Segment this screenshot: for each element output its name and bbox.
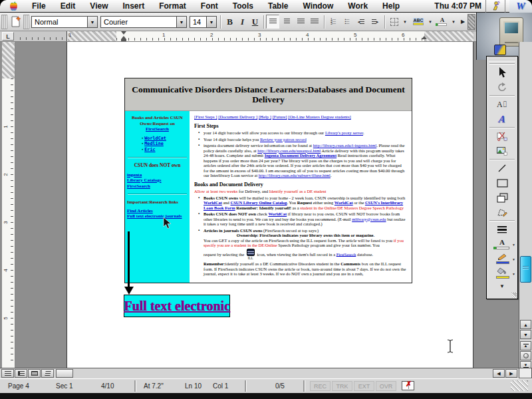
font-color-dropdown-arrow[interactable]: ▼	[450, 15, 458, 29]
scroll-up-button[interactable]: ▲	[520, 320, 531, 329]
page-layout-view-button[interactable]	[28, 369, 41, 378]
menu-view[interactable]: View	[90, 1, 108, 11]
rectangle-tool[interactable]	[487, 176, 517, 190]
vertical-scrollbar[interactable]: ▲ ▼ ▲ ▼	[519, 42, 532, 368]
worldcat-link-2[interactable]: WorldCat	[334, 200, 353, 205]
tab-selector[interactable]: L	[2, 32, 14, 41]
sidebar-link-firstsearch[interactable]: FirstSearch	[146, 126, 169, 132]
underline-button[interactable]: U	[249, 15, 261, 29]
line-color-tool[interactable]: ▼	[487, 251, 517, 266]
cut-tool[interactable]	[487, 129, 517, 144]
justify-button[interactable]	[308, 15, 321, 29]
shapes-tool[interactable]	[487, 190, 517, 205]
chevron-down-icon[interactable]: ▼	[176, 17, 186, 27]
spellcheck-status-icon[interactable]: ✗	[402, 381, 414, 390]
csun-catalog-link[interactable]: CSUN Library Online Catalog	[230, 200, 287, 205]
freeform-tool[interactable]	[487, 205, 517, 219]
menu-window[interactable]: Window	[303, 1, 333, 11]
style-dropdown[interactable]: Normal ▼	[31, 16, 98, 28]
menu-edit[interactable]: Edit	[61, 1, 76, 11]
nav-future[interactable]: [Future]	[273, 114, 287, 119]
vertical-scroll-thumb[interactable]	[520, 256, 531, 283]
illuse-url-link[interactable]: http://library.csun.edu/subserv/illuse.h…	[259, 173, 331, 178]
sidebar-link-ingenta[interactable]: ingenta	[127, 172, 188, 178]
track-changes-toggle[interactable]: TRK	[332, 381, 352, 391]
bold-button[interactable]: B	[223, 15, 236, 29]
embedded-webpage-image[interactable]: Communicative Disorders Distance Learner…	[124, 78, 412, 283]
overtype-toggle[interactable]: OVR	[376, 381, 396, 391]
mlibrary-email-link[interactable]: mlibrary@csun.edu	[352, 217, 386, 221]
new-document-button[interactable]	[9, 15, 22, 29]
nav-help[interactable]: [Help ]	[259, 114, 271, 119]
chevron-down-icon[interactable]: ▼	[512, 243, 515, 247]
menu-insert[interactable]: Insert	[122, 1, 144, 11]
record-macro-toggle[interactable]: REC	[310, 381, 331, 391]
select-object-tool[interactable]	[487, 65, 517, 80]
menu-table[interactable]: Table	[268, 1, 288, 11]
left-indent-box[interactable]	[121, 39, 126, 41]
online-layout-view-button[interactable]	[15, 369, 27, 378]
browse-object-button[interactable]	[520, 351, 531, 360]
patron-record-link[interactable]: Review your patron record	[260, 137, 307, 142]
free-rotate-tool[interactable]	[487, 80, 517, 94]
font-color-tool[interactable]: A ▼	[487, 237, 517, 251]
scroll-down-button[interactable]: ▼	[520, 330, 531, 339]
sidebar-link-medline[interactable]: • Medline	[142, 141, 188, 147]
first-line-indent-marker[interactable]	[121, 31, 126, 35]
insert-picture-tool[interactable]	[487, 144, 517, 158]
menu-help[interactable]: Help	[382, 1, 400, 11]
numbered-list-button[interactable]: 1—2—3—	[327, 15, 340, 29]
application-menu-icon[interactable]	[490, 1, 501, 11]
palette-resize-grip[interactable]	[511, 293, 517, 298]
line-tool[interactable]	[487, 161, 517, 176]
ill-button-image[interactable]: ILL	[247, 249, 255, 261]
outline-view-button[interactable]	[41, 369, 54, 378]
menu-clock[interactable]: Thu 4:07 PM	[434, 1, 481, 11]
scroll-left-button[interactable]: ◀	[493, 369, 505, 378]
previous-page-button[interactable]: ▲	[520, 341, 531, 350]
nav-online-masters[interactable]: [On-Line Masters Degree students]	[288, 114, 351, 119]
normal-view-button[interactable]	[1, 369, 14, 378]
more-toolbar-button[interactable]: ▶	[459, 15, 467, 29]
horizontal-scroll-thumb[interactable]	[56, 369, 73, 378]
proxy-server-link[interactable]: Library's proxy server	[325, 130, 363, 135]
italic-button[interactable]: I	[236, 15, 249, 29]
palette-drag-handle[interactable]	[489, 58, 515, 62]
menu-file[interactable]: File	[32, 1, 46, 11]
ingenta-agreement-link[interactable]: Ingenta Document Delivery Agreement	[265, 153, 336, 158]
sidebar-link-eric[interactable]: • Eric	[142, 147, 188, 153]
firstsearch-link[interactable]: FirstSearch	[336, 251, 356, 256]
worldcat-link-3[interactable]: WorldCat	[268, 211, 287, 216]
chevron-down-icon[interactable]: ▼	[512, 257, 515, 261]
window-size-box[interactable]	[519, 368, 532, 378]
menu-tools[interactable]: Tools	[233, 1, 253, 11]
borders-dropdown-arrow[interactable]: ▼	[401, 15, 409, 29]
chevron-down-icon[interactable]: ▼	[87, 17, 97, 27]
size-dropdown[interactable]: 14 ▼	[190, 16, 217, 28]
horizontal-scrollbar[interactable]: ◀ ▶	[0, 368, 519, 378]
sidebar-link-library-catalogs[interactable]: Library Catalogs	[127, 178, 188, 184]
font-color-button[interactable]: A	[436, 15, 449, 29]
toolbar-grip[interactable]	[1, 15, 7, 29]
decrease-indent-button[interactable]: ◂	[354, 15, 368, 29]
apple-menu-icon[interactable]	[9, 1, 18, 11]
borders-button[interactable]	[388, 15, 401, 29]
ingenta-url-link[interactable]: http://library.csun.edu/i-ingenta.html	[313, 143, 376, 148]
menu-work[interactable]: Work	[348, 1, 368, 11]
font-dropdown[interactable]: Courier ▼	[100, 16, 187, 28]
scroll-right-button[interactable]: ▶	[505, 369, 517, 378]
fulltext-callout[interactable]: Full text electronic	[124, 295, 230, 317]
highlight-dropdown-arrow[interactable]: ▼	[426, 15, 434, 29]
menu-font[interactable]: Font	[201, 1, 218, 11]
increase-indent-button[interactable]: ▸	[368, 15, 382, 29]
resize-grip[interactable]	[511, 380, 528, 391]
sidebar-link-fulltext-journals[interactable]: Full text electronic journals	[127, 213, 188, 219]
fill-color-tool[interactable]: ▼	[487, 266, 517, 281]
sidebar-link-worldcat[interactable]: • WorldCat	[142, 136, 188, 142]
bullet-list-button[interactable]: •—•—•—	[340, 15, 354, 29]
sidebar-link-firstsearch-2[interactable]: FirstSearch	[127, 184, 188, 190]
more-tools-button[interactable]: ▼	[487, 281, 517, 291]
extend-selection-toggle[interactable]: EXT	[354, 381, 374, 391]
align-left-button[interactable]	[266, 15, 279, 29]
right-indent-marker[interactable]	[422, 36, 427, 39]
